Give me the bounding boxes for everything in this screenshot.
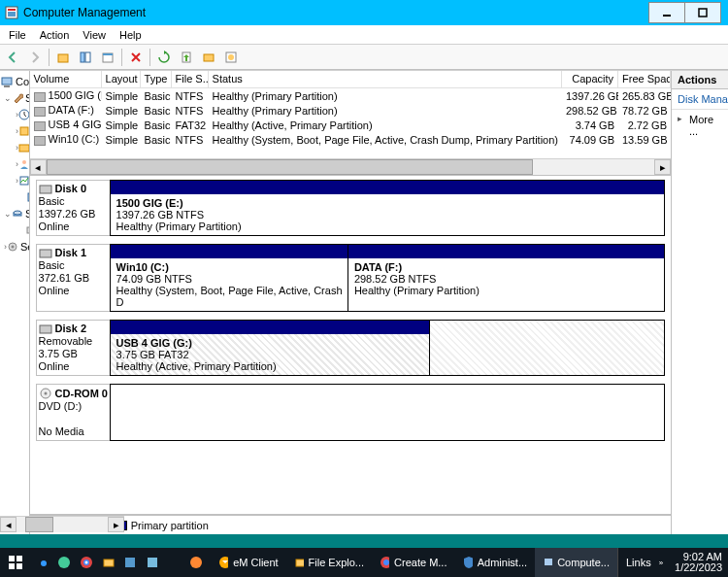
svg-point-19 — [22, 160, 26, 164]
mail-icon — [218, 556, 229, 569]
svg-rect-14 — [2, 78, 12, 85]
device-icon — [25, 189, 29, 205]
col-volume[interactable]: Volume — [30, 71, 102, 87]
menu-view[interactable]: View — [76, 27, 113, 43]
taskbar-links[interactable]: Links» — [617, 548, 669, 577]
volume-icon — [34, 92, 46, 102]
delete-button[interactable] — [125, 47, 147, 68]
tree-storage[interactable]: ⌄Storage — [0, 205, 29, 221]
tree-scrollbar[interactable]: ◂ ▸ — [0, 516, 124, 532]
svg-rect-29 — [40, 250, 51, 257]
svg-rect-33 — [9, 556, 15, 561]
taskbar-button[interactable] — [182, 548, 210, 577]
tree-disk-management[interactable]: Disk Manager — [0, 221, 29, 238]
legend: Unallocated Primary partition — [30, 515, 671, 534]
scroll-right-button[interactable]: ▸ — [654, 159, 671, 175]
tree-root[interactable]: Computer Managem — [0, 73, 29, 89]
maximize-button[interactable] — [684, 2, 721, 23]
forward-button[interactable] — [24, 47, 46, 68]
taskbar-clock[interactable]: 9:02 AM 1/22/2023 — [669, 552, 728, 573]
taskbar-app-icon[interactable] — [142, 548, 164, 577]
volume-row[interactable]: 1500 GIG (E:)SimpleBasicNTFSHealthy (Pri… — [30, 88, 671, 103]
tree-services[interactable]: ›Services and App — [0, 238, 29, 255]
actions-more[interactable]: More ... — [672, 110, 728, 141]
disk-info[interactable]: Disk 2 Removable 3.75 GB Online — [36, 320, 110, 376]
taskbar-chrome-icon[interactable] — [76, 548, 98, 577]
col-type[interactable]: Type — [141, 71, 172, 87]
col-layout[interactable]: Layout — [102, 71, 141, 87]
svg-point-13 — [228, 54, 234, 60]
col-capacity[interactable]: Capacity — [562, 71, 618, 87]
show-hide-tree-button[interactable] — [75, 47, 96, 68]
menu-file[interactable]: File — [2, 27, 33, 43]
col-status[interactable]: Status — [209, 71, 562, 87]
volume-row[interactable]: USB 4 GIG (G:)SimpleBasicFAT32Healthy (A… — [30, 118, 671, 132]
svg-rect-44 — [148, 558, 157, 567]
svg-rect-34 — [17, 556, 22, 561]
refresh-button[interactable] — [153, 47, 175, 68]
menu-help[interactable]: Help — [113, 27, 149, 43]
menu-action[interactable]: Action — [33, 27, 77, 43]
tree-performance[interactable]: ›Performance — [0, 172, 29, 188]
taskbar-explorer-icon[interactable] — [97, 548, 119, 577]
export-button[interactable] — [176, 47, 197, 68]
up-button[interactable] — [52, 47, 74, 68]
disk-info[interactable]: Disk 0 Basic 1397.26 GB Online — [36, 180, 110, 236]
collapse-icon[interactable]: ⌄ — [4, 209, 12, 219]
volume-row[interactable]: DATA (F:)SimpleBasicNTFSHealthy (Primary… — [30, 103, 671, 118]
collapse-icon[interactable]: ⌄ — [4, 93, 12, 103]
taskbar-button-file-explorer[interactable]: File Explo... — [286, 548, 372, 577]
volume-icon — [34, 107, 46, 117]
start-button[interactable] — [0, 548, 31, 577]
volume-list-header: Volume Layout Type File S... Status Capa… — [30, 71, 671, 88]
svg-rect-6 — [81, 52, 84, 62]
taskbar-button-computer-mgmt[interactable]: Compute... — [535, 548, 617, 577]
svg-rect-42 — [104, 560, 114, 566]
toolbar — [0, 45, 728, 70]
tree-local-users[interactable]: ›Local Users an — [0, 155, 29, 172]
help-button[interactable] — [220, 47, 242, 68]
taskbar-button-admin[interactable]: Administ... — [454, 548, 535, 577]
tree-event-viewer[interactable]: ›Event Viewer — [0, 122, 29, 139]
tree-system-tools[interactable]: ⌄System Tools — [0, 89, 29, 106]
settings-button[interactable] — [198, 47, 219, 68]
scroll-right-button[interactable]: ▸ — [108, 517, 124, 532]
taskbar-app-icon[interactable] — [119, 548, 142, 577]
svg-point-23 — [14, 211, 21, 215]
svg-rect-4 — [699, 9, 707, 17]
clock-icon — [18, 107, 29, 122]
partition[interactable]: DATA (F:)298.52 GB NTFSHealthy (Primary … — [347, 244, 665, 312]
tree-device-manager[interactable]: Device Manag — [0, 188, 29, 205]
disk-info[interactable]: CD-ROM 0 DVD (D:) No Media — [36, 384, 110, 441]
volume-row[interactable]: Win10 (C:)SimpleBasicNTFSHealthy (System… — [30, 132, 671, 147]
back-button[interactable] — [2, 47, 23, 68]
volume-list-scrollbar[interactable]: ◂ ▸ — [30, 158, 671, 175]
taskbar-button-emclient[interactable]: eM Client — [211, 548, 286, 577]
svg-rect-11 — [204, 54, 214, 61]
computer-icon — [543, 556, 552, 569]
scroll-left-button[interactable]: ◂ — [0, 517, 17, 532]
taskbar-button-chrome[interactable]: Create M... — [372, 548, 454, 577]
tree-task-scheduler[interactable]: ›Task Scheduler — [0, 106, 29, 122]
properties-button[interactable] — [97, 47, 118, 68]
col-free[interactable]: Free Spac — [618, 71, 671, 87]
disk-icon — [39, 185, 52, 194]
partition-stripe — [348, 245, 664, 258]
disk-icon — [39, 324, 52, 334]
tree-pane: Computer Managem ⌄System Tools ›Task Sch… — [0, 71, 30, 534]
minimize-button[interactable] — [648, 2, 685, 23]
svg-point-46 — [219, 557, 229, 568]
disk-icon — [25, 222, 29, 238]
partition[interactable]: 1500 GIG (E:) 1397.26 GB NTFS Healthy (P… — [110, 180, 665, 236]
taskbar-search-icon[interactable] — [31, 548, 53, 577]
svg-rect-43 — [125, 558, 135, 567]
taskbar-edge-icon[interactable] — [53, 548, 76, 577]
partition[interactable]: Win10 (C:)74.09 GB NTFSHealthy (System, … — [110, 244, 349, 312]
partition[interactable]: USB 4 GIG (G:)3.75 GB FAT32Healthy (Acti… — [110, 320, 431, 376]
partition-stripe — [111, 245, 348, 258]
scroll-left-button[interactable]: ◂ — [30, 159, 47, 175]
disk-info[interactable]: Disk 1 Basic 372.61 GB Online — [36, 244, 110, 312]
actions-section[interactable]: Disk Mana... — [672, 89, 728, 110]
tree-shared-folders[interactable]: ›Shared Folders — [0, 139, 29, 155]
col-filesystem[interactable]: File S... — [172, 71, 209, 87]
